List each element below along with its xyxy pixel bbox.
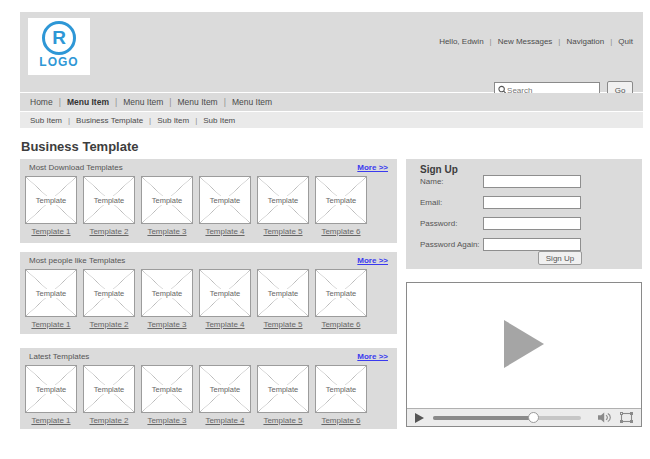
email-input[interactable]: [483, 196, 581, 209]
submenu-item-business-template[interactable]: Business Template: [76, 116, 143, 125]
template-link[interactable]: Template 5: [263, 416, 302, 425]
template-tile: Template Template 5: [257, 269, 309, 329]
menu-item-3[interactable]: Menu Item: [178, 97, 218, 107]
template-link[interactable]: Template 6: [321, 320, 360, 329]
placeholder-label: Template: [208, 196, 242, 205]
template-link[interactable]: Template 2: [89, 227, 128, 236]
fullscreen-icon[interactable]: [620, 412, 633, 423]
template-placeholder-image[interactable]: Template: [83, 269, 135, 317]
quit-link[interactable]: Quit: [618, 37, 633, 46]
video-progress-handle[interactable]: [528, 412, 539, 423]
new-messages-link[interactable]: New Messages: [498, 37, 553, 46]
name-label: Name:: [420, 177, 444, 186]
template-link[interactable]: Template 6: [321, 416, 360, 425]
name-input[interactable]: [483, 175, 581, 188]
template-placeholder-image[interactable]: Template: [141, 269, 193, 317]
template-link[interactable]: Template 4: [205, 416, 244, 425]
template-placeholder-image[interactable]: Template: [257, 176, 309, 224]
template-tile: Template Template 1: [25, 176, 77, 236]
signup-title: Sign Up: [420, 164, 458, 175]
signup-button[interactable]: Sign Up: [538, 251, 582, 265]
video-play-overlay-icon[interactable]: [504, 320, 544, 368]
template-placeholder-image[interactable]: Template: [83, 365, 135, 413]
template-placeholder-image[interactable]: Template: [315, 176, 367, 224]
separator: [218, 97, 232, 107]
navigation-link[interactable]: Navigation: [566, 37, 604, 46]
submenu-item-0[interactable]: Sub Item: [30, 116, 62, 125]
menu-item-home[interactable]: Home: [30, 97, 53, 107]
template-placeholder-image[interactable]: Template: [199, 269, 251, 317]
placeholder-label: Template: [92, 289, 126, 298]
template-link[interactable]: Template 6: [321, 227, 360, 236]
section-title: Most people like Templates: [29, 256, 125, 265]
menu-item-1[interactable]: Menu Item: [67, 97, 109, 107]
placeholder-label: Template: [324, 385, 358, 394]
template-placeholder-image[interactable]: Template: [315, 365, 367, 413]
template-placeholder-image[interactable]: Template: [199, 365, 251, 413]
greeting-link[interactable]: Hello, Edwin: [439, 37, 483, 46]
submenu-item-2[interactable]: Sub Item: [157, 116, 189, 125]
video-play-icon[interactable]: [415, 413, 424, 423]
template-link[interactable]: Template 2: [89, 416, 128, 425]
signup-panel: Sign Up Name: Email: Password: Password …: [406, 159, 642, 269]
video-progress-bar[interactable]: [433, 416, 581, 420]
template-tile: Template Template 2: [83, 176, 135, 236]
template-placeholder-image[interactable]: Template: [25, 269, 77, 317]
template-placeholder-image[interactable]: Template: [141, 365, 193, 413]
menu-item-2[interactable]: Menu Item: [123, 97, 163, 107]
template-tile: Template Template 3: [141, 176, 193, 236]
template-link[interactable]: Template 5: [263, 320, 302, 329]
video-player[interactable]: [406, 282, 642, 427]
placeholder-label: Template: [150, 289, 184, 298]
template-link[interactable]: Template 3: [147, 227, 186, 236]
template-link[interactable]: Template 5: [263, 227, 302, 236]
template-placeholder-image[interactable]: Template: [25, 176, 77, 224]
template-tile: Template Template 2: [83, 269, 135, 329]
more-link[interactable]: More >>: [357, 163, 388, 172]
template-link[interactable]: Template 1: [31, 227, 70, 236]
placeholder-label: Template: [92, 385, 126, 394]
tile-row: Template Template 1 Template Template 2 …: [25, 176, 367, 236]
form-row-password: Password:: [420, 217, 602, 230]
logo-text: LOGO: [28, 55, 90, 69]
template-placeholder-image[interactable]: Template: [257, 269, 309, 317]
section-header: Latest Templates More >>: [20, 348, 397, 361]
template-placeholder-image[interactable]: Template: [199, 176, 251, 224]
form-row-name: Name:: [420, 175, 602, 188]
placeholder-label: Template: [208, 385, 242, 394]
template-placeholder-image[interactable]: Template: [25, 365, 77, 413]
template-link[interactable]: Template 3: [147, 416, 186, 425]
placeholder-label: Template: [324, 289, 358, 298]
more-link[interactable]: More >>: [357, 352, 388, 361]
template-link[interactable]: Template 4: [205, 320, 244, 329]
template-link[interactable]: Template 1: [31, 416, 70, 425]
form-row-email: Email:: [420, 196, 602, 209]
template-tile: Template Template 3: [141, 269, 193, 329]
template-link[interactable]: Template 4: [205, 227, 244, 236]
placeholder-label: Template: [208, 289, 242, 298]
template-placeholder-image[interactable]: Template: [141, 176, 193, 224]
password-input[interactable]: [483, 217, 581, 230]
submenu-item-3[interactable]: Sub Item: [203, 116, 235, 125]
template-link[interactable]: Template 2: [89, 320, 128, 329]
placeholder-label: Template: [266, 289, 300, 298]
logo[interactable]: R LOGO: [28, 18, 90, 75]
template-placeholder-image[interactable]: Template: [315, 269, 367, 317]
password-again-input[interactable]: [483, 238, 581, 251]
separator: [189, 116, 203, 125]
template-tile: Template Template 4: [199, 365, 251, 425]
menu-item-4[interactable]: Menu Item: [232, 97, 272, 107]
template-placeholder-image[interactable]: Template: [257, 365, 309, 413]
template-link[interactable]: Template 3: [147, 320, 186, 329]
tile-row: Template Template 1 Template Template 2 …: [25, 269, 367, 329]
template-tile: Template Template 4: [199, 176, 251, 236]
more-link[interactable]: More >>: [357, 256, 388, 265]
placeholder-label: Template: [92, 196, 126, 205]
volume-icon[interactable]: [598, 412, 612, 423]
page-title: Business Template: [21, 139, 139, 154]
separator: [62, 116, 76, 125]
password-again-label: Password Again:: [420, 240, 480, 249]
template-placeholder-image[interactable]: Template: [83, 176, 135, 224]
template-link[interactable]: Template 1: [31, 320, 70, 329]
separator: [484, 37, 498, 46]
